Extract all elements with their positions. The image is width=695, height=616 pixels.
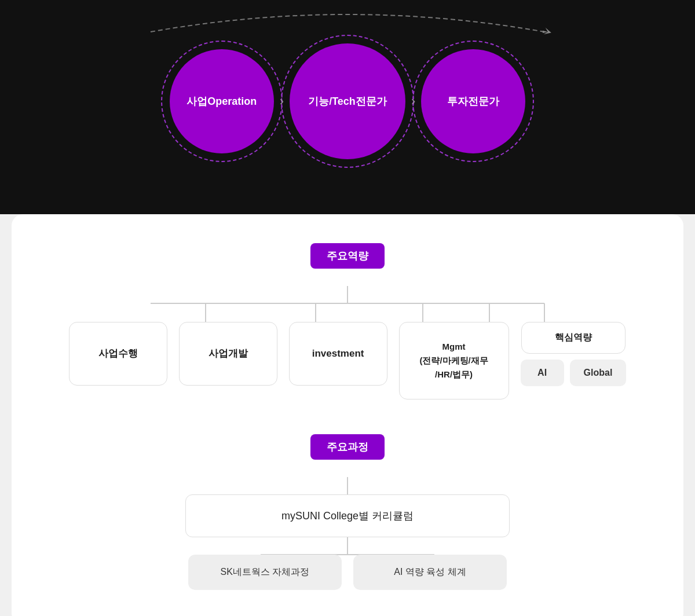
circle-1-inner: 사업 Operation — [170, 49, 274, 153]
circle-2-inner: 기능/Tech 전문가 — [290, 43, 405, 159]
arrow-1: › — [280, 94, 284, 109]
course-header: 주요과정 — [310, 434, 385, 460]
capability-box-1: 사업수행 — [69, 322, 167, 386]
tree-line-badge — [347, 286, 348, 303]
course-sub-1: SK네트웍스 자체과정 — [188, 555, 342, 590]
circle-3-inner: 투자 전문가 — [421, 49, 525, 153]
capability-boxes-row: 사업수행 사업개발 investment Mgmt (전략/마케팅/재무 /HR… — [69, 322, 627, 399]
core-header: 핵심역량 — [521, 322, 626, 354]
competency-badge: 주요역량 — [310, 243, 385, 269]
course-main-box: mySUNI College별 커리큘럼 — [185, 494, 510, 537]
bottom-section: 주요역량 사업수행 사업개발 investment — [12, 214, 683, 616]
course-line-badge — [347, 477, 348, 494]
competency-section: 주요역량 사업수행 사업개발 investment — [35, 243, 660, 399]
course-connector-svg — [185, 537, 510, 555]
course-sub-2: AI 역량 육성 체계 — [353, 555, 507, 590]
arrow-2: › — [411, 94, 415, 109]
capability-box-3: investment — [289, 322, 387, 386]
core-group: 핵심역량 AI Global — [521, 322, 627, 386]
course-tree-container: 주요과정 mySUNI College별 커리큘럼 SK네트웍스 자체과정 AI… — [35, 434, 660, 590]
circle-1-wrapper: 사업 Operation — [161, 41, 283, 162]
circle-3-outer: 투자 전문가 — [412, 41, 534, 162]
core-sub-ai: AI — [521, 360, 564, 386]
course-sub-row: SK네트웍스 자체과정 AI 역량 육성 체계 — [188, 555, 507, 590]
circle-1-outer: 사업 Operation — [161, 41, 283, 162]
capability-box-4: Mgmt (전략/마케팅/재무 /HR/법무) — [399, 322, 509, 399]
circle-3-wrapper: 투자 전문가 — [412, 41, 534, 162]
top-section: 사업 Operation › 기능/Tech 전문가 › — [0, 0, 695, 214]
circles-container: 사업 Operation › 기능/Tech 전문가 › — [161, 35, 535, 168]
circle-2-outer: 기능/Tech 전문가 — [281, 35, 414, 168]
tree-connector-svg — [96, 303, 599, 322]
course-section: 주요과정 mySUNI College별 커리큘럼 SK네트웍스 자체과정 AI… — [35, 434, 660, 590]
core-sub-boxes: AI Global — [521, 360, 627, 386]
core-sub-global: Global — [570, 360, 627, 386]
capability-box-2: 사업개발 — [179, 322, 277, 386]
course-badge: 주요과정 — [310, 434, 385, 460]
dashed-arc — [139, 3, 556, 35]
circle-2-wrapper: 기능/Tech 전문가 — [281, 35, 414, 168]
competency-header: 주요역량 — [310, 243, 385, 269]
